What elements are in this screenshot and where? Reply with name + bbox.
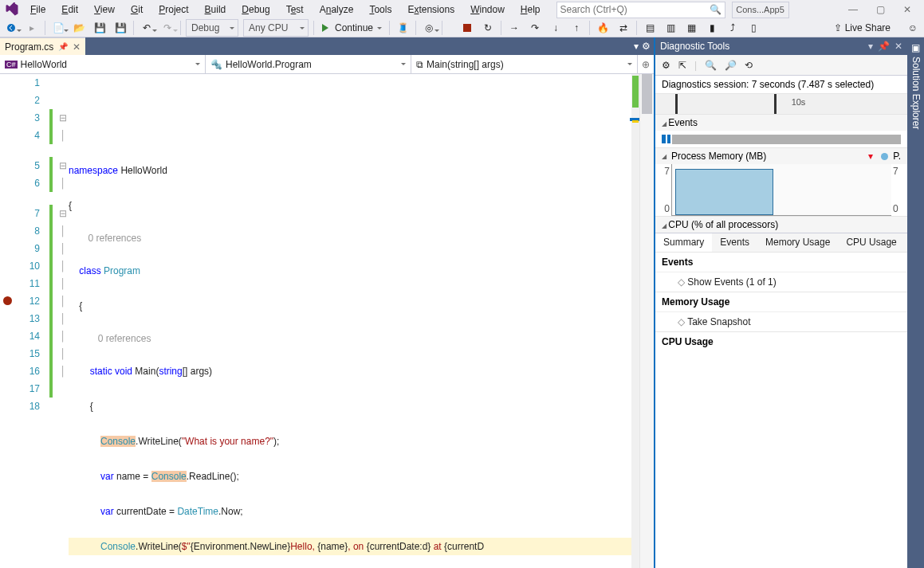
vs-logo-icon [3, 1, 21, 18]
minimize-button[interactable]: — [839, 0, 867, 19]
line-number-gutter: 123456789101112131415161718 [0, 74, 46, 568]
class-icon: 🔩 [210, 59, 222, 70]
cpu-header[interactable]: CPU (% of all processors) [655, 217, 907, 233]
diagnostics-toolbar: ⚙ ⇱ | 🔍 🔎 ⟲ [655, 55, 907, 76]
settings-icon[interactable]: ⚙ [662, 60, 670, 71]
overview-ruler[interactable] [631, 74, 639, 568]
tasklist-button[interactable]: ⤴ [725, 20, 741, 36]
redo-button[interactable]: ↷ [159, 20, 175, 36]
open-button[interactable]: 📂 [71, 20, 87, 36]
memory-chart[interactable]: 70 70 [655, 164, 907, 217]
menu-project[interactable]: Project [152, 1, 195, 18]
step-into-button[interactable]: ↓ [548, 20, 564, 36]
zoom-out-icon[interactable]: 🔎 [725, 60, 737, 71]
menu-file[interactable]: File [24, 1, 52, 18]
process-memory-header[interactable]: Process Memory (MB) ▾ P. [655, 148, 907, 164]
object-browser-button[interactable]: ▥ [663, 20, 678, 36]
pause-button[interactable] [447, 24, 454, 32]
timeline-ruler[interactable]: 10s [655, 94, 907, 115]
take-snapshot-link[interactable]: Take Snapshot [655, 311, 907, 331]
close-tab-icon[interactable]: ✕ [73, 41, 81, 53]
feedback-button[interactable]: ☺ [905, 20, 921, 36]
gc-flag-icon: ▾ [868, 151, 873, 162]
menu-edit[interactable]: Edit [55, 1, 85, 18]
toolbox-button[interactable]: ▦ [683, 20, 699, 36]
subtab-cpu[interactable]: CPU Usage [838, 233, 904, 252]
menu-analyze[interactable]: Analyze [313, 1, 360, 18]
split-editor-button[interactable]: ⊕ [638, 55, 654, 73]
panel-dropdown-icon[interactable]: ▾ [868, 41, 873, 52]
pin-icon[interactable]: 📌 [58, 42, 68, 51]
search-icon[interactable]: 🔍 [710, 4, 722, 15]
tab-preview-button[interactable]: ⚙ [642, 41, 651, 52]
show-events-link[interactable]: Show Events (1 of 1) [655, 272, 907, 292]
breakpoint-icon[interactable] [3, 296, 12, 305]
hot-reload-button[interactable]: 🔥 [595, 20, 611, 36]
events-header[interactable]: Events [655, 115, 907, 131]
solution-name-button[interactable]: Cons...App5 [732, 2, 789, 18]
restart-button[interactable]: ↻ [480, 20, 496, 36]
nav-back-button[interactable] [3, 20, 19, 36]
tab-programcs-active[interactable]: Program.cs 📌 ✕ [0, 37, 85, 55]
pause-track-icon [662, 135, 670, 143]
diag-session-text: Diagnostics session: 7 seconds (7.487 s … [655, 76, 907, 94]
platform-combo[interactable]: Any CPU [243, 19, 309, 37]
events-track [655, 131, 907, 148]
continue-button[interactable]: Continue [319, 19, 384, 37]
subtab-summary[interactable]: Summary [655, 233, 712, 252]
menu-build[interactable]: Build [199, 1, 233, 18]
close-panel-icon[interactable]: ✕ [895, 41, 902, 52]
events-group: Events [655, 252, 907, 272]
menu-window[interactable]: Window [464, 1, 511, 18]
subtab-events[interactable]: Events [712, 233, 757, 252]
menu-test[interactable]: Test [280, 1, 310, 18]
nav-member-combo[interactable]: ⧉Main(string[] args) [411, 55, 638, 73]
step-over-button[interactable]: ↷ [527, 20, 543, 36]
step-into-arrow-icon[interactable]: → [506, 20, 522, 36]
menu-help[interactable]: Help [514, 1, 547, 18]
menu-debug[interactable]: Debug [235, 1, 276, 18]
restore-button[interactable]: ▢ [867, 0, 894, 19]
step-out-button[interactable]: ↑ [568, 20, 584, 36]
target-button[interactable]: ◎ [421, 20, 437, 36]
nav-fwd-button[interactable]: ▸ [24, 20, 40, 36]
nav-project-combo[interactable]: C#HelloWorld [0, 55, 206, 73]
outlining-margin[interactable]: ⊟│⊟│⊟│││││││││ [57, 74, 69, 568]
solution-explorer-tab[interactable]: ▣ Solution Explorer [907, 37, 924, 568]
nav-class-combo[interactable]: 🔩HelloWorld.Program [206, 55, 411, 73]
undo-button[interactable]: ↶ [139, 20, 155, 36]
editor-vscrollbar[interactable] [639, 74, 654, 568]
cpu-group: CPU Usage [655, 331, 907, 351]
save-all-button[interactable]: 💾 [112, 20, 128, 36]
new-button[interactable]: 📄 [50, 20, 66, 36]
reset-zoom-icon[interactable]: ⟲ [745, 60, 753, 71]
series-dot-icon [881, 153, 888, 160]
play-icon [322, 24, 332, 32]
menu-view[interactable]: View [88, 1, 121, 18]
stop-button[interactable] [459, 20, 475, 36]
config-combo[interactable]: Debug [186, 19, 238, 37]
liveshare-button[interactable]: ⇪Live Share [829, 22, 895, 33]
exit-button[interactable]: ▯ [745, 20, 761, 36]
save-button[interactable]: 💾 [92, 20, 108, 36]
diag-subtabs: Summary Events Memory Usage CPU Usage [655, 233, 907, 252]
pin-panel-icon[interactable]: 📌 [878, 41, 890, 52]
bookmark-button[interactable]: ▮ [704, 20, 720, 36]
menu-tools[interactable]: Tools [363, 1, 398, 18]
thread-button[interactable]: 🧵 [395, 20, 411, 36]
code-editor[interactable]: 123456789101112131415161718 ⊟│⊟│⊟│││││││… [0, 74, 654, 568]
tab-scroll-dropdown[interactable]: ▾ [634, 41, 639, 52]
menu-bar: File Edit View Git Project Build Debug T… [0, 0, 924, 19]
method-icon: ⧉ [416, 59, 423, 70]
hierarchy-button[interactable]: ⇄ [615, 20, 631, 36]
search-input[interactable] [560, 4, 710, 15]
subtab-memory[interactable]: Memory Usage [757, 233, 838, 252]
zoom-in-icon[interactable]: 🔍 [705, 60, 717, 71]
class-view-button[interactable]: ▤ [642, 20, 658, 36]
close-window-button[interactable]: ✕ [894, 0, 921, 19]
solution-icon: ▣ [910, 42, 922, 53]
menu-extensions[interactable]: Extensions [401, 1, 461, 18]
menu-git[interactable]: Git [124, 1, 149, 18]
search-box[interactable]: 🔍 [556, 2, 725, 18]
export-icon[interactable]: ⇱ [678, 60, 686, 71]
